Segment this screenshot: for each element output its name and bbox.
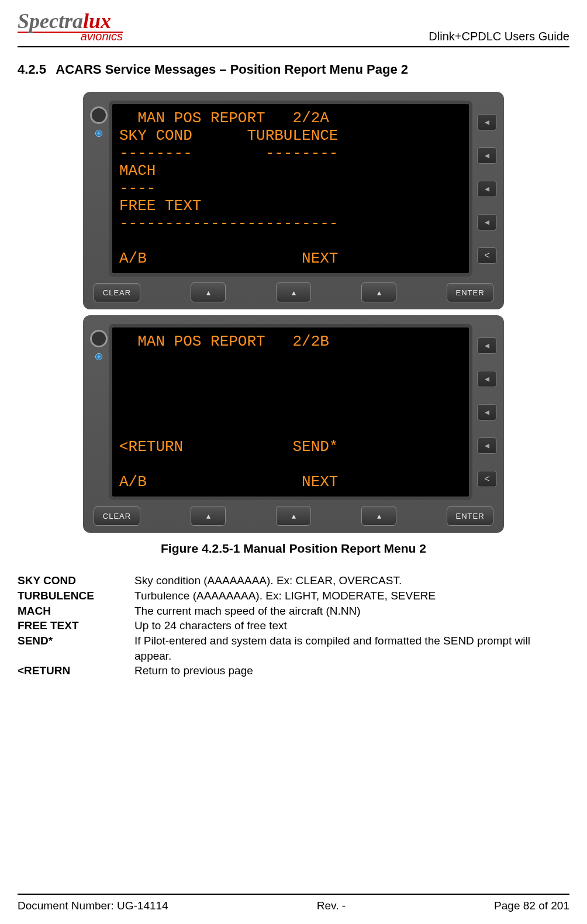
- cdu-a-body: MAN POS REPORT 2/2A SKY COND TURBULENCE …: [90, 101, 497, 277]
- cdu-b-line9: A/B NEXT: [119, 473, 338, 491]
- footer-page-number: Page 82 of 201: [494, 899, 569, 912]
- logo-main: Spectralux: [18, 12, 123, 30]
- enter-button[interactable]: ENTER: [447, 506, 493, 526]
- selector-led-icon: [95, 130, 102, 137]
- enter-button[interactable]: ENTER: [447, 283, 493, 302]
- clear-button[interactable]: CLEAR: [94, 283, 140, 302]
- section-number: 4.2.5: [18, 62, 53, 77]
- section-heading: 4.2.5 ACARS Service Messages – Position …: [18, 62, 569, 77]
- footer-revision: Rev. -: [317, 899, 346, 912]
- def-desc: Up to 24 characters of free text: [134, 618, 569, 633]
- cdu-a-container: MAN POS REPORT 2/2A SKY COND TURBULENCE …: [18, 92, 569, 309]
- cdu-a: MAN POS REPORT 2/2A SKY COND TURBULENCE …: [83, 92, 504, 309]
- def-term: FREE TEXT: [18, 618, 134, 633]
- cdu-a-line4: MACH: [119, 162, 156, 180]
- cdu-b-rsk-col: ◂ ◂ ◂ ◂ <: [477, 324, 497, 500]
- cdu-b-line7: <RETURN SEND*: [119, 438, 338, 456]
- cdu-a-line1: MAN POS REPORT 2/2A: [119, 109, 329, 127]
- cdu-a-line6: FREE TEXT: [119, 197, 201, 215]
- rsk-3-button[interactable]: ◂: [477, 404, 497, 420]
- clear-button[interactable]: CLEAR: [94, 506, 140, 526]
- cdu-a-bottom-row: CLEAR ▴ ▴ ▴ ENTER: [90, 281, 497, 304]
- footer-doc-number: Document Number: UG-14114: [18, 899, 168, 912]
- cdu-b-container: MAN POS REPORT 2/2B <RETURN SEND* A/B NE…: [18, 315, 569, 533]
- selector-ring-icon[interactable]: [90, 330, 108, 347]
- rsk-next-button[interactable]: <: [477, 247, 497, 264]
- up-arrow-button-1[interactable]: ▴: [191, 506, 226, 526]
- up-arrow-button-2[interactable]: ▴: [276, 282, 311, 302]
- def-row: <RETURNReturn to previous page: [18, 663, 569, 678]
- rsk-next-button[interactable]: <: [477, 471, 497, 487]
- cdu-b-line1: MAN POS REPORT 2/2B: [119, 333, 329, 350]
- figure-caption: Figure 4.2.5-1 Manual Position Report Me…: [18, 542, 569, 556]
- def-row: MACHThe current mach speed of the aircra…: [18, 604, 569, 619]
- cdu-b-screen-wrap: MAN POS REPORT 2/2B <RETURN SEND* A/B NE…: [90, 324, 472, 500]
- cdu-a-selector: [90, 101, 108, 277]
- up-arrow-button-3[interactable]: ▴: [361, 282, 396, 302]
- cdu-a-screen-wrap: MAN POS REPORT 2/2A SKY COND TURBULENCE …: [90, 101, 472, 277]
- def-desc: Sky condition (AAAAAAAA). Ex: CLEAR, OVE…: [134, 573, 569, 588]
- page-header: Spectralux avionics Dlink+CPDLC Users Gu…: [18, 12, 569, 47]
- def-desc: The current mach speed of the aircraft (…: [134, 604, 569, 619]
- section-title-text: ACARS Service Messages – Position Report…: [56, 62, 408, 77]
- def-row: TURBULENCETurbulence (AAAAAAAA). Ex: LIG…: [18, 588, 569, 604]
- logo-text-lux: lux: [83, 9, 111, 33]
- selector-ring-icon[interactable]: [90, 106, 108, 124]
- rsk-2-button[interactable]: ◂: [477, 147, 497, 164]
- cdu-a-line2: SKY COND TURBULENCE: [119, 127, 338, 144]
- cdu-b-selector: [90, 324, 108, 500]
- rsk-1-button[interactable]: ◂: [477, 114, 497, 130]
- def-term: SEND*: [18, 633, 134, 663]
- def-term: TURBULENCE: [18, 588, 134, 604]
- rsk-4-button[interactable]: ◂: [477, 214, 497, 230]
- guide-title: Dlink+CPDLC Users Guide: [429, 30, 569, 43]
- spacer: [18, 678, 569, 894]
- cdu-b-body: MAN POS REPORT 2/2B <RETURN SEND* A/B NE…: [90, 324, 497, 500]
- cdu-b-screen: MAN POS REPORT 2/2B <RETURN SEND* A/B NE…: [109, 324, 472, 500]
- def-row: FREE TEXTUp to 24 characters of free tex…: [18, 618, 569, 633]
- cdu-a-line7: ------------------------: [119, 215, 338, 232]
- rsk-2-button[interactable]: ◂: [477, 371, 497, 387]
- cdu-a-line9: A/B NEXT: [119, 250, 338, 267]
- def-desc: If Pilot-entered and system data is comp…: [134, 633, 569, 663]
- up-arrow-button-1[interactable]: ▴: [191, 282, 226, 302]
- def-desc: Turbulence (AAAAAAAA). Ex: LIGHT, MODERA…: [134, 588, 569, 604]
- cdu-a-line5: ----: [119, 180, 156, 197]
- logo-text-spectra: Spectra: [18, 9, 83, 33]
- cdu-b-bottom-row: CLEAR ▴ ▴ ▴ ENTER: [90, 505, 497, 527]
- def-term: MACH: [18, 604, 134, 619]
- def-term: SKY COND: [18, 573, 134, 588]
- up-arrow-button-3[interactable]: ▴: [361, 506, 396, 526]
- rsk-4-button[interactable]: ◂: [477, 437, 497, 454]
- definitions-table: SKY CONDSky condition (AAAAAAAA). Ex: CL…: [18, 573, 569, 678]
- def-term: <RETURN: [18, 663, 134, 678]
- cdu-b: MAN POS REPORT 2/2B <RETURN SEND* A/B NE…: [83, 315, 504, 533]
- page-footer: Document Number: UG-14114 Rev. - Page 82…: [18, 894, 569, 912]
- def-desc: Return to previous page: [134, 663, 569, 678]
- logo-block: Spectralux avionics: [18, 12, 123, 43]
- cdu-a-screen: MAN POS REPORT 2/2A SKY COND TURBULENCE …: [109, 101, 472, 277]
- def-row: SEND*If Pilot-entered and system data is…: [18, 633, 569, 663]
- up-arrow-button-2[interactable]: ▴: [276, 506, 311, 526]
- selector-led-icon: [95, 353, 102, 360]
- rsk-1-button[interactable]: ◂: [477, 337, 497, 354]
- def-row: SKY CONDSky condition (AAAAAAAA). Ex: CL…: [18, 573, 569, 588]
- cdu-a-rsk-col: ◂ ◂ ◂ ◂ <: [477, 101, 497, 277]
- cdu-a-line3: -------- --------: [119, 144, 338, 162]
- rsk-3-button[interactable]: ◂: [477, 181, 497, 197]
